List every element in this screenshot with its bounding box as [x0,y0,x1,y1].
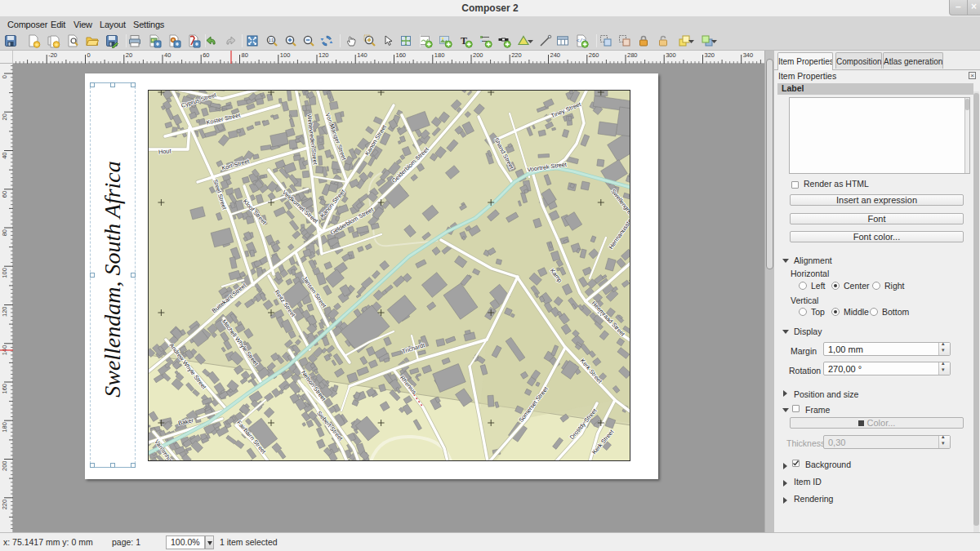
svg-text:220: 220 [1,500,8,510]
svg-text:-20: -20 [48,51,57,59]
svg-text:160: 160 [1,384,8,394]
svg-text:100: 100 [280,51,291,59]
svg-text:40: 40 [1,153,8,159]
svg-text:320: 320 [705,51,715,59]
svg-text:0: 0 [1,75,8,78]
svg-text:120: 120 [1,307,8,318]
svg-text:20: 20 [126,51,132,59]
svg-text:120: 120 [318,51,329,59]
svg-text:100: 100 [1,268,8,278]
svg-text:340: 340 [743,51,754,59]
svg-text:60: 60 [1,191,8,198]
svg-text:280: 280 [627,51,638,59]
svg-text:200: 200 [473,51,483,59]
svg-text:1:1: 1:1 [269,38,274,42]
svg-text:260: 260 [589,51,599,59]
svg-text:300: 300 [666,51,676,59]
svg-text:200: 200 [1,461,8,472]
svg-text:220: 220 [511,51,522,59]
svg-text:60: 60 [203,51,209,59]
svg-text:180: 180 [1,422,8,433]
svg-text:0: 0 [87,51,91,59]
svg-text:Hout: Hout [158,147,172,155]
svg-text:80: 80 [242,51,248,59]
svg-text:40: 40 [164,51,171,59]
svg-text:80: 80 [1,229,8,236]
svg-text:240: 240 [550,51,561,59]
svg-text:160: 160 [396,51,407,59]
svg-text:140: 140 [357,51,368,59]
svg-text:20: 20 [1,113,8,120]
svg-text:180: 180 [434,51,445,59]
